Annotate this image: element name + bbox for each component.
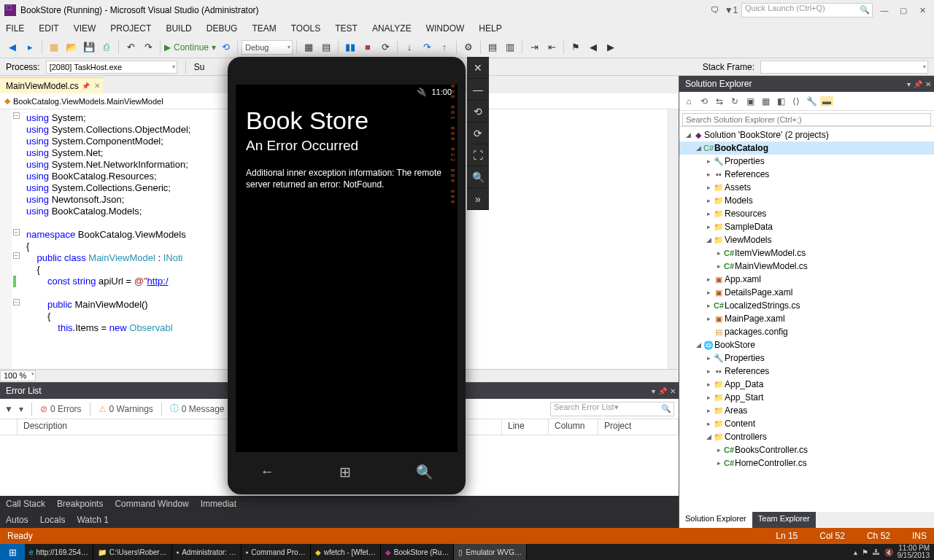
taskbar-vs[interactable]: ◆BookStore (Ru… xyxy=(381,544,455,560)
new-project-icon[interactable]: ▦ xyxy=(46,39,62,55)
menu-project[interactable]: PROJECT xyxy=(110,23,151,34)
project-bookcatalog[interactable]: ◢C#BookCatalog xyxy=(679,141,934,155)
phone-home-icon[interactable]: ⊞ xyxy=(339,464,351,481)
node-bookscontroller[interactable]: ▸C#BooksController.cs xyxy=(679,443,934,456)
nav-fwd-icon[interactable]: ▸ xyxy=(22,39,38,55)
messages-filter[interactable]: ⓘ0 Message xyxy=(170,402,225,415)
tab-callstack[interactable]: Call Stack xyxy=(6,499,45,509)
emu-close-icon[interactable]: ✕ xyxy=(467,57,489,79)
node-homecontroller[interactable]: ▸C#HomeController.cs xyxy=(679,456,934,470)
tab-team-explorer[interactable]: Team Explorer xyxy=(752,512,816,528)
emu-more-icon[interactable]: » xyxy=(467,188,489,210)
emu-minimize-icon[interactable]: — xyxy=(467,79,489,101)
node-mainviewmodel[interactable]: ▸C#MainViewModel.cs xyxy=(679,260,934,273)
taskbar-explorer[interactable]: 📁C:\Users\Rober… xyxy=(93,544,172,560)
col-line[interactable]: Line xyxy=(502,419,549,435)
close-button[interactable]: ✕ xyxy=(915,6,930,15)
tab-watch1[interactable]: Watch 1 xyxy=(77,515,109,525)
emu-fit-icon[interactable]: ⛶ xyxy=(467,144,489,166)
process-dropdown[interactable]: [2080] TaskHost.exe xyxy=(46,61,177,74)
save-all-icon[interactable]: ⎙ xyxy=(99,39,115,55)
start-button[interactable]: ⊞ xyxy=(0,544,25,560)
emu-rotate-left-icon[interactable]: ⟲ xyxy=(467,101,489,122)
col-project[interactable]: Project xyxy=(598,419,679,435)
filter-icon[interactable]: ▼ xyxy=(4,404,13,414)
node-packages[interactable]: ▤packages.config xyxy=(679,325,934,338)
panel-close-icon[interactable]: ✕ xyxy=(670,387,676,395)
tray-network-icon[interactable]: 🖧 xyxy=(873,548,880,556)
node-viewmodels[interactable]: ◢📁ViewModels xyxy=(679,233,934,246)
indent-icon[interactable]: ⇥ xyxy=(526,39,542,55)
taskbar-cmd2[interactable]: ▪Command Pro… xyxy=(242,544,311,560)
tab-breakpoints[interactable]: Breakpoints xyxy=(57,499,103,509)
taskbar-ie[interactable]: ehttp://169.254… xyxy=(25,544,93,560)
notifications-icon[interactable]: ▼1 xyxy=(725,4,737,16)
node-properties[interactable]: ▸🔧Properties xyxy=(679,155,934,168)
node-references[interactable]: ▸▪▪References xyxy=(679,168,934,181)
bookmark-prev-icon[interactable]: ◀ xyxy=(585,39,601,55)
node-appdata[interactable]: ▸📁App_Data xyxy=(679,378,934,391)
emu-zoom-icon[interactable]: 🔍 xyxy=(467,166,489,188)
minimize-button[interactable]: — xyxy=(877,6,892,15)
properties-icon[interactable]: ◧ xyxy=(774,96,787,106)
restart-icon[interactable]: ⟲ xyxy=(217,39,234,55)
node-localizedstrings[interactable]: ▸C#LocalizedStrings.cs xyxy=(679,299,934,312)
wrench-icon[interactable]: 🔧 xyxy=(805,96,818,106)
refresh-icon[interactable]: ↻ xyxy=(728,96,741,106)
panel-pin-icon[interactable]: 📌 xyxy=(658,387,667,395)
menu-analyze[interactable]: ANALYZE xyxy=(372,23,412,34)
menu-debug[interactable]: DEBUG xyxy=(207,23,238,34)
phone-back-icon[interactable]: ← xyxy=(260,464,274,480)
step-into-icon[interactable]: ↓ xyxy=(401,39,417,55)
tab-solution-explorer[interactable]: Solution Explorer xyxy=(679,512,752,528)
highlight-icon[interactable]: ▬ xyxy=(820,96,833,106)
undo-icon[interactable]: ↶ xyxy=(123,39,139,55)
quick-launch-input[interactable]: Quick Launch (Ctrl+Q)🔍 xyxy=(741,3,873,18)
hex-icon[interactable]: ⚙ xyxy=(460,39,476,55)
node-controllers[interactable]: ◢📁Controllers xyxy=(679,430,934,443)
system-tray[interactable]: ▴ ⚑ 🖧 🔇 11:00 PM9/15/2013 xyxy=(849,545,935,559)
menu-tools[interactable]: TOOLS xyxy=(291,23,320,34)
warnings-filter[interactable]: ⚠0 Warnings xyxy=(99,404,153,414)
col-column[interactable]: Column xyxy=(549,419,598,435)
pause-icon[interactable]: ▮▮ xyxy=(342,39,358,55)
node-content[interactable]: ▸📁Content xyxy=(679,417,934,430)
outline-toggle[interactable]: − xyxy=(13,252,20,259)
continue-button[interactable]: ▶ Continue ▾ xyxy=(164,42,216,52)
step-over-icon[interactable]: ↷ xyxy=(419,39,435,55)
editor-vscrollbar[interactable] xyxy=(667,109,679,369)
restore-button[interactable]: ▢ xyxy=(896,6,911,15)
solution-search[interactable] xyxy=(679,111,934,127)
tab-mainviewmodel[interactable]: MainViewModel.cs 📌 ✕ xyxy=(0,77,103,93)
close-tab-icon[interactable]: ✕ xyxy=(94,82,100,90)
back-icon[interactable]: ⟲ xyxy=(698,96,711,106)
zoom-dropdown[interactable]: 100 % xyxy=(0,370,36,381)
taskbar-cmd1[interactable]: ▪Administrator: … xyxy=(172,544,242,560)
phone-emulator[interactable]: 🔌 11:00 Book Store An Error Occurred Add… xyxy=(228,57,466,494)
node-models[interactable]: ▸📁Models xyxy=(679,194,934,207)
solution-node[interactable]: ◢◆Solution 'BookStore' (2 projects) xyxy=(679,128,934,141)
panel-dropdown-icon[interactable]: ▾ xyxy=(907,80,911,88)
outdent-icon[interactable]: ⇤ xyxy=(544,39,560,55)
preview-icon[interactable]: ⟨⟩ xyxy=(790,96,803,106)
panel-pin-icon[interactable]: 📌 xyxy=(914,80,922,88)
suspend-button[interactable]: Su xyxy=(194,62,205,72)
bookmark-icon[interactable]: ⚑ xyxy=(568,39,584,55)
outline-toggle[interactable]: − xyxy=(13,299,20,306)
emu-rotate-right-icon[interactable]: ⟳ xyxy=(467,122,489,144)
node-properties2[interactable]: ▸🔧Properties xyxy=(679,351,934,365)
save-icon[interactable]: 💾 xyxy=(81,39,97,55)
panel-dropdown-icon[interactable]: ▾ xyxy=(652,387,655,395)
panel-close-icon[interactable]: ✕ xyxy=(925,80,931,88)
menu-test[interactable]: TEST xyxy=(335,23,358,34)
pin-icon[interactable]: 📌 xyxy=(82,82,90,90)
step-out-icon[interactable]: ↑ xyxy=(436,39,452,55)
redo-icon[interactable]: ↷ xyxy=(140,39,156,55)
layout-icon[interactable]: ▦ xyxy=(301,39,317,55)
node-references2[interactable]: ▸▪▪References xyxy=(679,365,934,378)
stop-icon[interactable]: ■ xyxy=(360,39,376,55)
restart2-icon[interactable]: ⟳ xyxy=(377,39,393,55)
node-areas[interactable]: ▸📁Areas xyxy=(679,404,934,417)
uncomment-icon[interactable]: ▥ xyxy=(502,39,518,55)
errors-filter[interactable]: ⊘0 Errors xyxy=(40,404,82,414)
